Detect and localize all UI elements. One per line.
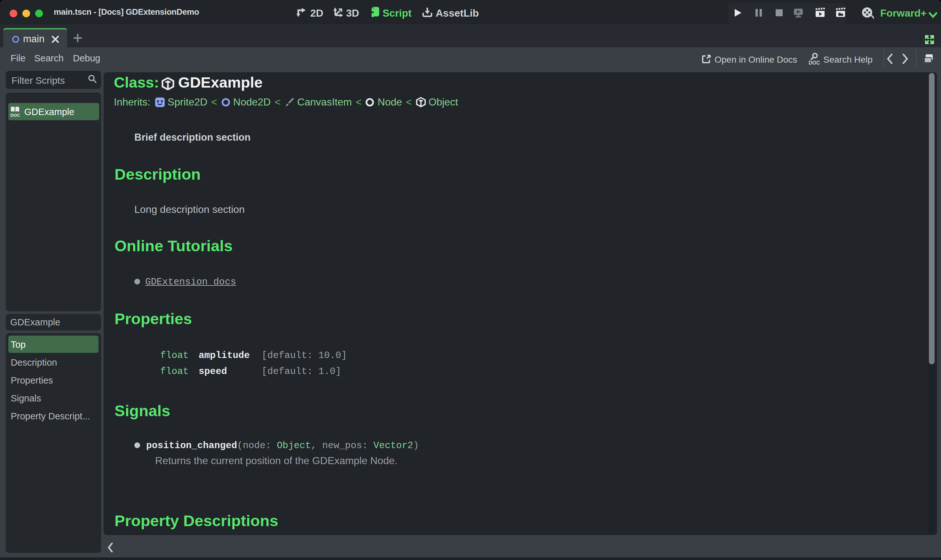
svg-text:DOC: DOC — [10, 113, 20, 117]
svg-text:DOC: DOC — [808, 60, 820, 65]
